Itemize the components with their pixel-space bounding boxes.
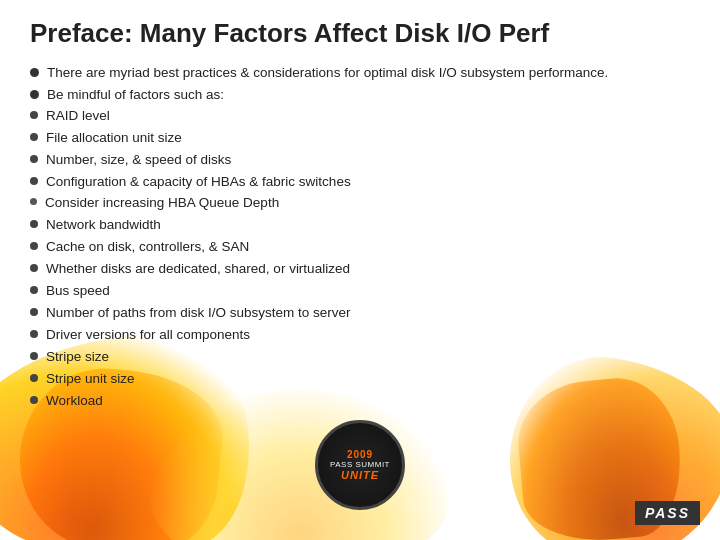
- bullet-icon: [30, 90, 39, 99]
- bullet-icon: [30, 133, 38, 141]
- slide-title: Preface: Many Factors Affect Disk I/O Pe…: [30, 18, 690, 49]
- list-item: There are myriad best practices & consid…: [30, 63, 690, 84]
- list-item: Stripe size: [30, 347, 351, 368]
- item-text: There are myriad best practices & consid…: [47, 63, 690, 84]
- item-text: Number of paths from disk I/O subsystem …: [46, 303, 351, 324]
- bullet-icon: [30, 396, 38, 404]
- sub-list-1: RAID level File allocation unit size Num…: [30, 106, 351, 413]
- list-item: Stripe unit size: [30, 369, 351, 390]
- item-text: File allocation unit size: [46, 128, 351, 149]
- list-item: Number, size, & speed of disks: [30, 150, 351, 171]
- item-text: Cache on disk, controllers, & SAN: [46, 237, 351, 258]
- bullet-icon: [30, 352, 38, 360]
- list-item: Workload: [30, 391, 351, 412]
- bullet-icon: [30, 155, 38, 163]
- bullet-icon: [30, 68, 39, 77]
- bullet-icon: [30, 264, 38, 272]
- list-item: Be mindful of factors such as: RAID leve…: [30, 85, 690, 413]
- item-text: Configuration & capacity of HBAs & fabri…: [46, 172, 351, 193]
- item-text: Network bandwidth: [46, 215, 351, 236]
- list-item: Network bandwidth: [30, 215, 351, 236]
- list-item: Bus speed: [30, 281, 351, 302]
- pass-summit-badge-area: 2009 PASS SUMMIT UNITE: [315, 420, 405, 510]
- list-item: File allocation unit size: [30, 128, 351, 149]
- item-text: Bus speed: [46, 281, 351, 302]
- list-item: Number of paths from disk I/O subsystem …: [30, 303, 351, 324]
- main-list: There are myriad best practices & consid…: [30, 63, 690, 413]
- bullet-icon: [30, 242, 38, 250]
- bullet-icon: [30, 308, 38, 316]
- slide-content: Preface: Many Factors Affect Disk I/O Pe…: [0, 0, 720, 424]
- pass-year: 2009: [347, 449, 373, 460]
- pass-summit-text: PASS SUMMIT: [330, 460, 390, 469]
- list-item: Driver versions for all components: [30, 325, 351, 346]
- item-text: Consider increasing HBA Queue Depth: [45, 193, 279, 214]
- pass-brand: PASS: [635, 501, 700, 525]
- sub-list-2: Consider increasing HBA Queue Depth: [30, 193, 279, 215]
- item-text: Driver versions for all components: [46, 325, 351, 346]
- item-text: Workload: [46, 391, 351, 412]
- bullet-icon: [30, 111, 38, 119]
- item-text: Number, size, & speed of disks: [46, 150, 351, 171]
- bullet-icon: [30, 177, 38, 185]
- bullet-icon: [30, 198, 37, 205]
- item-text: Be mindful of factors such as:: [47, 85, 224, 106]
- bullet-icon: [30, 330, 38, 338]
- item-text: Whether disks are dedicated, shared, or …: [46, 259, 351, 280]
- list-item: Configuration & capacity of HBAs & fabri…: [30, 172, 351, 215]
- bullet-icon: [30, 374, 38, 382]
- bullet-icon: [30, 220, 38, 228]
- item-text: Stripe unit size: [46, 369, 351, 390]
- bullet-icon: [30, 286, 38, 294]
- pass-unite-text: UNITE: [341, 469, 379, 481]
- list-item: Whether disks are dedicated, shared, or …: [30, 259, 351, 280]
- pass-summit-badge: 2009 PASS SUMMIT UNITE: [315, 420, 405, 510]
- item-text: Stripe size: [46, 347, 351, 368]
- item-text: RAID level: [46, 106, 351, 127]
- pass-brand-box: PASS: [635, 501, 700, 525]
- list-item: Consider increasing HBA Queue Depth: [30, 193, 279, 214]
- list-item: Cache on disk, controllers, & SAN: [30, 237, 351, 258]
- slide: Preface: Many Factors Affect Disk I/O Pe…: [0, 0, 720, 540]
- list-item: RAID level: [30, 106, 351, 127]
